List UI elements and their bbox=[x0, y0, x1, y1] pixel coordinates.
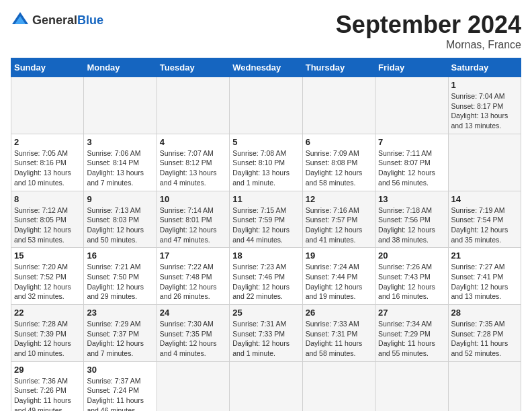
day-detail: Sunrise: 7:14 AM Sunset: 8:01 PM Dayligh… bbox=[160, 205, 226, 245]
day-number: 17 bbox=[160, 250, 226, 261]
day-detail: Sunrise: 7:05 AM Sunset: 8:16 PM Dayligh… bbox=[14, 148, 81, 188]
calendar-week-row: 15Sunrise: 7:20 AM Sunset: 7:52 PM Dayli… bbox=[11, 248, 521, 305]
logo-text-blue: Blue bbox=[77, 13, 103, 27]
day-number: 19 bbox=[306, 250, 372, 261]
month-title: September 2024 bbox=[336, 11, 521, 39]
day-number: 13 bbox=[378, 194, 445, 204]
empty-cell bbox=[448, 134, 521, 191]
weekday-header-wednesday: Wednesday bbox=[230, 58, 302, 77]
calendar-day-cell: 11Sunrise: 7:15 AM Sunset: 7:59 PM Dayli… bbox=[230, 191, 302, 248]
day-number: 3 bbox=[87, 137, 153, 147]
day-number: 24 bbox=[160, 308, 226, 318]
day-number: 20 bbox=[378, 250, 445, 261]
calendar-week-row: 29Sunrise: 7:36 AM Sunset: 7:26 PM Dayli… bbox=[11, 361, 521, 411]
day-detail: Sunrise: 7:04 AM Sunset: 8:17 PM Dayligh… bbox=[451, 91, 518, 131]
logo: GeneralBlue bbox=[11, 11, 103, 30]
calendar-day-cell: 22Sunrise: 7:28 AM Sunset: 7:39 PM Dayli… bbox=[11, 305, 84, 362]
calendar-day-cell: 18Sunrise: 7:23 AM Sunset: 7:46 PM Dayli… bbox=[230, 248, 302, 305]
calendar-day-cell: 24Sunrise: 7:30 AM Sunset: 7:35 PM Dayli… bbox=[157, 305, 229, 362]
day-detail: Sunrise: 7:28 AM Sunset: 7:39 PM Dayligh… bbox=[14, 319, 81, 359]
day-detail: Sunrise: 7:13 AM Sunset: 8:03 PM Dayligh… bbox=[87, 205, 153, 245]
day-detail: Sunrise: 7:16 AM Sunset: 7:57 PM Dayligh… bbox=[306, 205, 372, 245]
day-number: 7 bbox=[378, 137, 445, 147]
weekday-header-friday: Friday bbox=[375, 58, 448, 77]
calendar-week-row: 2Sunrise: 7:05 AM Sunset: 8:16 PM Daylig… bbox=[11, 134, 521, 191]
empty-cell bbox=[448, 361, 521, 411]
calendar-table: SundayMondayTuesdayWednesdayThursdayFrid… bbox=[11, 58, 521, 411]
day-number: 10 bbox=[160, 194, 226, 204]
calendar-day-cell: 6Sunrise: 7:09 AM Sunset: 8:08 PM Daylig… bbox=[302, 134, 375, 191]
calendar-day-cell: 10Sunrise: 7:14 AM Sunset: 8:01 PM Dayli… bbox=[157, 191, 229, 248]
weekday-header-thursday: Thursday bbox=[302, 58, 375, 77]
day-detail: Sunrise: 7:21 AM Sunset: 7:50 PM Dayligh… bbox=[87, 262, 153, 302]
empty-cell bbox=[375, 361, 448, 411]
day-detail: Sunrise: 7:22 AM Sunset: 7:48 PM Dayligh… bbox=[160, 262, 226, 302]
calendar-day-cell: 26Sunrise: 7:33 AM Sunset: 7:31 PM Dayli… bbox=[302, 305, 375, 362]
day-number: 23 bbox=[87, 308, 153, 318]
day-detail: Sunrise: 7:26 AM Sunset: 7:43 PM Dayligh… bbox=[378, 262, 445, 302]
calendar-day-cell: 25Sunrise: 7:31 AM Sunset: 7:33 PM Dayli… bbox=[230, 305, 302, 362]
logo-text-general: General bbox=[32, 13, 77, 27]
weekday-header-row: SundayMondayTuesdayWednesdayThursdayFrid… bbox=[11, 58, 521, 77]
calendar-day-cell: 21Sunrise: 7:27 AM Sunset: 7:41 PM Dayli… bbox=[448, 248, 521, 305]
calendar-day-cell: 23Sunrise: 7:29 AM Sunset: 7:37 PM Dayli… bbox=[84, 305, 157, 362]
empty-cell bbox=[230, 77, 302, 134]
calendar-day-cell: 27Sunrise: 7:34 AM Sunset: 7:29 PM Dayli… bbox=[375, 305, 448, 362]
weekday-header-saturday: Saturday bbox=[448, 58, 521, 77]
empty-cell bbox=[302, 361, 375, 411]
day-detail: Sunrise: 7:07 AM Sunset: 8:12 PM Dayligh… bbox=[160, 148, 226, 188]
day-detail: Sunrise: 7:27 AM Sunset: 7:41 PM Dayligh… bbox=[451, 262, 518, 302]
day-number: 25 bbox=[232, 308, 299, 318]
day-detail: Sunrise: 7:11 AM Sunset: 8:07 PM Dayligh… bbox=[378, 148, 445, 188]
day-number: 29 bbox=[14, 365, 81, 375]
day-number: 5 bbox=[232, 137, 299, 147]
day-detail: Sunrise: 7:19 AM Sunset: 7:54 PM Dayligh… bbox=[451, 205, 518, 245]
calendar-day-cell: 9Sunrise: 7:13 AM Sunset: 8:03 PM Daylig… bbox=[84, 191, 157, 248]
empty-cell bbox=[157, 361, 229, 411]
calendar-day-cell: 3Sunrise: 7:06 AM Sunset: 8:14 PM Daylig… bbox=[84, 134, 157, 191]
calendar-day-cell: 19Sunrise: 7:24 AM Sunset: 7:44 PM Dayli… bbox=[302, 248, 375, 305]
title-area: September 2024 Mornas, France bbox=[336, 11, 521, 51]
day-number: 2 bbox=[14, 137, 81, 147]
day-number: 28 bbox=[451, 308, 518, 318]
empty-cell bbox=[84, 77, 157, 134]
day-detail: Sunrise: 7:20 AM Sunset: 7:52 PM Dayligh… bbox=[14, 262, 81, 302]
day-detail: Sunrise: 7:06 AM Sunset: 8:14 PM Dayligh… bbox=[87, 148, 153, 188]
day-detail: Sunrise: 7:34 AM Sunset: 7:29 PM Dayligh… bbox=[378, 319, 445, 359]
weekday-header-sunday: Sunday bbox=[11, 58, 84, 77]
day-number: 26 bbox=[306, 308, 372, 318]
day-detail: Sunrise: 7:31 AM Sunset: 7:33 PM Dayligh… bbox=[232, 319, 299, 359]
day-detail: Sunrise: 7:09 AM Sunset: 8:08 PM Dayligh… bbox=[306, 148, 372, 188]
calendar-day-cell: 20Sunrise: 7:26 AM Sunset: 7:43 PM Dayli… bbox=[375, 248, 448, 305]
day-number: 18 bbox=[232, 250, 299, 261]
calendar-day-cell: 17Sunrise: 7:22 AM Sunset: 7:48 PM Dayli… bbox=[157, 248, 229, 305]
day-detail: Sunrise: 7:30 AM Sunset: 7:35 PM Dayligh… bbox=[160, 319, 226, 359]
calendar-day-cell: 7Sunrise: 7:11 AM Sunset: 8:07 PM Daylig… bbox=[375, 134, 448, 191]
day-detail: Sunrise: 7:08 AM Sunset: 8:10 PM Dayligh… bbox=[232, 148, 299, 188]
calendar-day-cell: 14Sunrise: 7:19 AM Sunset: 7:54 PM Dayli… bbox=[448, 191, 521, 248]
day-detail: Sunrise: 7:37 AM Sunset: 7:24 PM Dayligh… bbox=[87, 376, 153, 411]
day-number: 21 bbox=[451, 250, 518, 261]
day-number: 30 bbox=[87, 365, 153, 375]
calendar-day-cell: 16Sunrise: 7:21 AM Sunset: 7:50 PM Dayli… bbox=[84, 248, 157, 305]
day-detail: Sunrise: 7:24 AM Sunset: 7:44 PM Dayligh… bbox=[306, 262, 372, 302]
location-title: Mornas, France bbox=[336, 39, 521, 51]
calendar-week-row: 1Sunrise: 7:04 AM Sunset: 8:17 PM Daylig… bbox=[11, 77, 521, 134]
day-number: 1 bbox=[451, 80, 518, 90]
day-number: 22 bbox=[14, 308, 81, 318]
day-detail: Sunrise: 7:36 AM Sunset: 7:26 PM Dayligh… bbox=[14, 376, 81, 411]
calendar-week-row: 8Sunrise: 7:12 AM Sunset: 8:05 PM Daylig… bbox=[11, 191, 521, 248]
calendar-day-cell: 2Sunrise: 7:05 AM Sunset: 8:16 PM Daylig… bbox=[11, 134, 84, 191]
day-number: 15 bbox=[14, 250, 81, 261]
calendar-week-row: 22Sunrise: 7:28 AM Sunset: 7:39 PM Dayli… bbox=[11, 305, 521, 362]
calendar-day-cell: 15Sunrise: 7:20 AM Sunset: 7:52 PM Dayli… bbox=[11, 248, 84, 305]
weekday-header-tuesday: Tuesday bbox=[157, 58, 229, 77]
day-detail: Sunrise: 7:29 AM Sunset: 7:37 PM Dayligh… bbox=[87, 319, 153, 359]
empty-cell bbox=[302, 77, 375, 134]
day-number: 27 bbox=[378, 308, 445, 318]
day-detail: Sunrise: 7:33 AM Sunset: 7:31 PM Dayligh… bbox=[306, 319, 372, 359]
calendar-day-cell: 13Sunrise: 7:18 AM Sunset: 7:56 PM Dayli… bbox=[375, 191, 448, 248]
day-detail: Sunrise: 7:18 AM Sunset: 7:56 PM Dayligh… bbox=[378, 205, 445, 245]
day-number: 6 bbox=[306, 137, 372, 147]
header: GeneralBlue September 2024 Mornas, Franc… bbox=[11, 11, 521, 51]
